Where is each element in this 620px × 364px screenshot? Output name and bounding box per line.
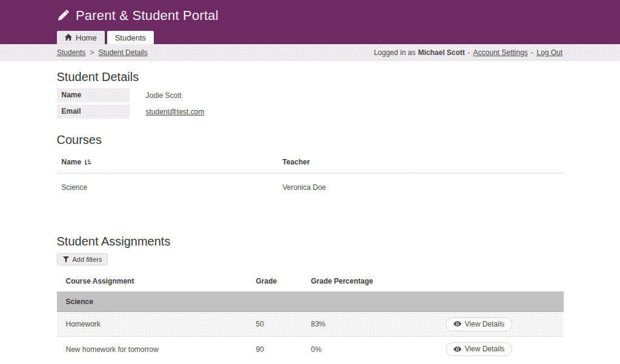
pencil-icon [57, 10, 69, 22]
main-nav-tabs: Home Students [57, 31, 154, 44]
view-details-label: View Details [465, 345, 505, 353]
log-out-link[interactable]: Log Out [536, 48, 562, 57]
grade-cell: 90 [256, 345, 311, 354]
session-separator: - [531, 48, 533, 57]
view-details-label: View Details [465, 320, 505, 328]
courses-name-header[interactable]: Name [62, 158, 283, 166]
session-info: Logged in as Michael Scott - Account Set… [373, 48, 563, 57]
app-header: Parent & Student Portal Home Students [0, 0, 620, 44]
grade-percentage-cell: 83% [311, 320, 444, 328]
session-separator: - [467, 48, 470, 57]
eye-icon [453, 346, 461, 352]
assignments-table-header: Course Assignment Grade Grade Percentage [57, 269, 564, 291]
actions-cell: View Details [444, 342, 564, 356]
grade-percentage-cell: 0% [311, 345, 444, 354]
student-details-heading: Student Details [57, 70, 564, 84]
view-details-button[interactable]: View Details [446, 317, 513, 331]
name-value: Jodie Scott [130, 88, 182, 102]
detail-row-name: Name Jodie Scott [57, 88, 564, 102]
grade-cell: 50 [256, 320, 311, 328]
main-content: Student Details Name Jodie Scott Email s… [57, 70, 564, 362]
course-name-cell: Science [62, 183, 283, 192]
session-prefix: Logged in as [374, 48, 415, 57]
breadcrumb: Students > Student Details [57, 48, 148, 57]
app-title: Parent & Student Portal [57, 8, 219, 24]
courses-name-header-label: Name [62, 158, 82, 166]
student-email-link[interactable]: student@test.com [146, 108, 205, 116]
tab-students[interactable]: Students [107, 31, 154, 44]
name-label: Name [57, 88, 130, 102]
breadcrumb-students-link[interactable]: Students [57, 48, 85, 57]
grade-header: Grade [256, 277, 311, 285]
course-assignment-header: Course Assignment [57, 277, 256, 285]
filter-icon [63, 256, 69, 262]
assignment-name-cell: Homework [57, 320, 256, 328]
courses-heading: Courses [57, 133, 564, 147]
sort-icon [85, 159, 91, 166]
courses-teacher-header: Teacher [283, 158, 310, 166]
detail-row-email: Email student@test.com [57, 105, 564, 119]
course-teacher-cell: Veronica Doe [283, 183, 326, 192]
account-settings-link[interactable]: Account Settings [473, 48, 528, 57]
tab-home-label: Home [76, 33, 97, 42]
table-row: New homework for tomorrow 90 0% View Det… [57, 337, 564, 362]
actions-header [444, 277, 564, 285]
tab-home[interactable]: Home [57, 31, 105, 44]
add-filters-label: Add filters [73, 256, 102, 263]
eye-icon [453, 321, 461, 327]
session-user-name: Michael Scott [418, 48, 465, 57]
breadcrumb-student-details-link[interactable]: Student Details [98, 48, 147, 57]
email-value: student@test.com [130, 105, 205, 119]
page-title: Parent & Student Portal [76, 8, 219, 24]
table-row: Homework 50 83% View Details [57, 312, 564, 337]
student-assignments-heading: Student Assignments [57, 235, 564, 249]
breadcrumb-separator: > [90, 48, 94, 57]
home-icon [65, 34, 72, 41]
breadcrumb-bar: Students > Student Details Logged in as … [0, 44, 620, 61]
tab-students-label: Students [115, 33, 146, 42]
email-label: Email [57, 105, 130, 119]
grade-percentage-header: Grade Percentage [311, 277, 444, 285]
add-filters-button[interactable]: Add filters [57, 253, 108, 265]
courses-table-header: Name Teacher [57, 147, 564, 174]
table-row: Science Veronica Doe [57, 174, 564, 200]
view-details-button[interactable]: View Details [446, 342, 513, 356]
actions-cell: View Details [444, 317, 564, 331]
course-group-row: Science [57, 291, 564, 312]
assignment-name-cell: New homework for tomorrow [57, 345, 256, 354]
